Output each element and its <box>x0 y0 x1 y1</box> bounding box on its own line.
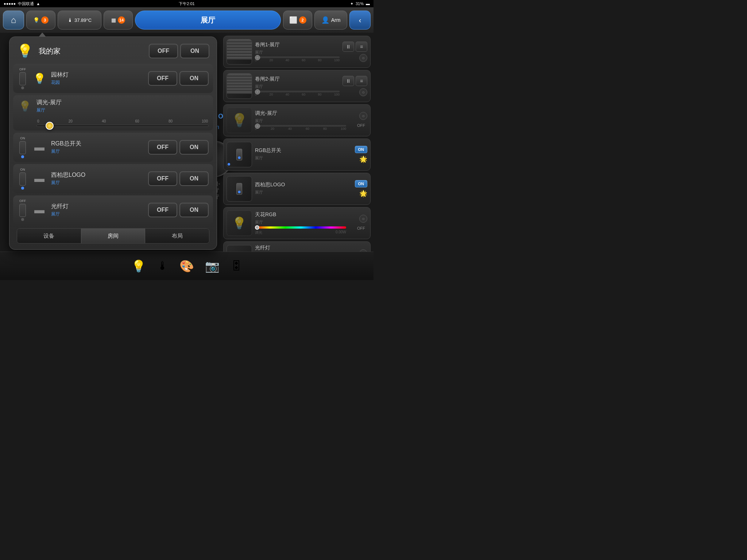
fiber-off-button[interactable]: OFF <box>148 203 177 217</box>
bottom-camera-icon[interactable]: 📷 <box>205 259 220 273</box>
dimmer-right-thumb[interactable] <box>255 124 260 129</box>
blind2-menu-button[interactable]: ≡ <box>356 76 367 86</box>
fiber-info: 光纤灯 展厅 <box>51 203 144 217</box>
garden-off-button[interactable]: OFF <box>148 71 177 86</box>
garden-light-row: OFF 💡 园林灯 花园 OFF ON <box>13 64 213 93</box>
garden-btn-group: OFF ON <box>148 71 209 86</box>
fiber-toggle[interactable] <box>19 204 26 217</box>
fiber-dot <box>21 218 24 221</box>
ceiling-rgb-slider[interactable] <box>255 226 346 229</box>
arm-button[interactable]: 👤 Arm <box>314 11 347 30</box>
bottom-bulb-icon[interactable]: 💡 <box>131 259 146 273</box>
fiber-state-label: OFF <box>19 199 26 203</box>
logo-off-button[interactable]: OFF <box>148 171 177 186</box>
garden-name: 园林灯 <box>51 71 144 79</box>
temperature-button[interactable]: 🌡 37.89°C <box>58 11 101 30</box>
logo-toggle[interactable] <box>19 172 26 186</box>
scene-icon: ▦ <box>111 17 116 23</box>
home-header: 💡 我的家 OFF ON <box>13 40 213 64</box>
dimmer-right-title: 调光-展厅 <box>255 110 346 117</box>
blind1-info: 卷闸1-展厅 展厅 020406080100 <box>255 42 340 62</box>
rgb-right-info: RGB总开关 展厅 <box>255 147 346 162</box>
dimmer-ticks: 0 20 40 60 80 100 <box>36 119 209 123</box>
dimmer-track[interactable] <box>36 125 209 127</box>
rgb-off-button[interactable]: OFF <box>148 140 177 155</box>
fiber-light-row: OFF ▬ 光纤灯 展厅 OFF ON <box>13 195 213 225</box>
dimmer-right-ticks: 020406080100 <box>255 127 346 131</box>
home-off-button[interactable]: OFF <box>149 44 178 58</box>
back-button[interactable]: ‹ <box>349 11 371 30</box>
logo-right-card: 西柏思LOGO 展厅 ON 🌟 <box>223 173 371 205</box>
rgb-toggle[interactable] <box>19 141 26 154</box>
dimmer-row: 💡 调光-展厅 展厅 0 20 40 60 80 100 <box>13 95 213 131</box>
dimmer-info: 调光-展厅 展厅 <box>36 99 209 113</box>
garden-on-button[interactable]: ON <box>179 71 209 86</box>
dimmer-icon-col: 💡 <box>18 100 32 112</box>
logo-right-thumbnail <box>227 176 252 202</box>
tab-device[interactable]: 设备 <box>17 229 81 243</box>
device-count-button[interactable]: ⬜ 2 <box>283 11 312 30</box>
dimmer-location: 展厅 <box>36 107 209 113</box>
home-button[interactable]: ⌂ <box>3 11 24 30</box>
room-label-button[interactable]: 展厅 <box>135 11 281 30</box>
fiber-name: 光纤灯 <box>51 203 144 210</box>
rgb-toggle-visual <box>236 149 242 160</box>
rgb-right-state[interactable]: ON <box>355 146 368 153</box>
lights-button[interactable]: 💡 3 <box>26 11 55 30</box>
rgb-toggle-dot <box>238 156 241 159</box>
rgb-location: 展厅 <box>51 148 144 155</box>
blind1-thumb[interactable] <box>255 55 260 60</box>
rgb-on-button[interactable]: ON <box>179 140 209 155</box>
status-left: ●●●●● 中国联通 ▲ <box>4 1 40 7</box>
rgb-btn-group: OFF ON <box>148 140 209 155</box>
fiber-right-title: 光纤灯 <box>255 245 346 251</box>
home-on-button[interactable]: ON <box>180 44 209 58</box>
blind2-info: 卷闸2-展厅 展厅 020406080100 <box>255 76 340 96</box>
blind1-menu-button[interactable]: ≡ <box>356 42 367 52</box>
blind1-controls: ⏸ ≡ ○ <box>342 42 367 62</box>
rgb-info: RGB总开关 展厅 <box>51 140 144 155</box>
garden-toggle[interactable] <box>19 72 26 85</box>
dimmer-right-sub: 展厅 <box>255 118 346 124</box>
tab-room[interactable]: 房间 <box>81 229 146 243</box>
dimmer-thumb[interactable] <box>46 122 54 130</box>
ceiling-rgb-title: 天花RGB <box>255 211 346 218</box>
arm-icon: 👤 <box>321 16 329 24</box>
dimmer-right-state: OFF <box>355 122 367 129</box>
back-icon: ‹ <box>359 16 361 24</box>
rgb-right-card: RGB总开关 展厅 ON 🌟 <box>223 139 371 171</box>
bottom-dial-icon[interactable]: 🎛 <box>231 259 242 273</box>
bottom-color-wheel-icon[interactable]: 🎨 <box>179 259 194 273</box>
fiber-btn-group: OFF ON <box>148 203 209 217</box>
blind2-title: 卷闸2-展厅 <box>255 76 340 82</box>
dimmer-right-track[interactable] <box>255 125 346 127</box>
blind2-track[interactable] <box>255 91 340 92</box>
blind2-pause-button[interactable]: ⏸ <box>342 76 354 86</box>
bulb-icon: 💡 <box>33 17 39 23</box>
bluetooth-icon: ✦ <box>350 1 353 6</box>
blind2-btn-row: ⏸ ≡ <box>342 76 367 86</box>
logo-light-row: ON ▬ 西柏思LOGO 展厅 OFF ON <box>13 164 213 193</box>
blind1-thumbnail <box>227 39 252 65</box>
logo-right-state[interactable]: ON <box>355 180 368 187</box>
ceiling-rgb-sub: 展厅 <box>255 219 346 225</box>
ceiling-rgb-thumb[interactable] <box>255 225 259 230</box>
blind2-thumb[interactable] <box>255 89 260 94</box>
rgb-right-thumbnail <box>227 142 252 167</box>
fiber-on-button[interactable]: ON <box>179 203 209 217</box>
tab-layout[interactable]: 布局 <box>145 229 209 243</box>
bottom-icon-bar: 💡 🌡 🎨 📷 🎛 <box>0 252 374 280</box>
bottom-thermometer-icon[interactable]: 🌡 <box>157 259 169 273</box>
right-panel: 卷闸1-展厅 展厅 020406080100 ⏸ ≡ ○ <box>220 33 374 280</box>
scene-button[interactable]: ▦ 14 <box>104 11 133 30</box>
ceiling-rgb-thumbnail: 💡 <box>227 210 252 236</box>
logo-toggle-visual <box>236 183 242 195</box>
logo-on-button[interactable]: ON <box>179 171 209 186</box>
blind1-track[interactable] <box>255 57 340 58</box>
blind1-pause-button[interactable]: ⏸ <box>342 42 354 52</box>
blind1-sub: 展厅 <box>255 50 340 55</box>
rgb-dot <box>21 155 24 158</box>
dimmer-right-controls: ○ OFF <box>349 112 367 129</box>
blind2-ticks: 020406080100 <box>255 93 340 96</box>
logo-icon: ▬ <box>34 173 44 184</box>
